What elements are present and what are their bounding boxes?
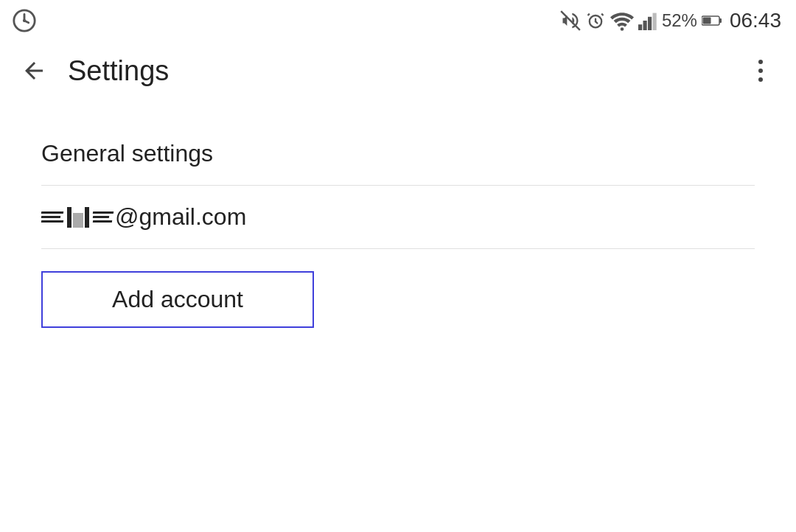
battery-percent: 52% <box>662 10 697 31</box>
add-account-button[interactable]: Add account <box>41 271 314 328</box>
status-bar: 52% 06:43 <box>0 0 796 41</box>
svg-rect-12 <box>643 21 646 30</box>
add-account-section: Add account <box>29 256 767 343</box>
svg-rect-13 <box>648 17 652 30</box>
divider-2 <box>41 248 755 249</box>
svg-rect-16 <box>719 18 722 23</box>
app-bar: Settings <box>0 41 796 100</box>
content-area: General settings <box>0 100 796 365</box>
vibrate-icon <box>560 10 581 31</box>
svg-line-7 <box>596 21 597 23</box>
wifi-icon <box>610 10 634 31</box>
svg-point-18 <box>758 60 763 64</box>
general-settings-item[interactable]: General settings <box>29 122 767 185</box>
svg-line-9 <box>601 14 603 15</box>
back-button[interactable] <box>15 52 53 90</box>
page-title: Settings <box>68 55 169 87</box>
status-time: 06:43 <box>730 9 781 32</box>
alarm-icon <box>585 10 606 31</box>
clock-icon <box>12 8 37 33</box>
email-display: @gmail.com <box>41 203 755 231</box>
svg-point-19 <box>758 69 763 73</box>
svg-rect-17 <box>702 18 711 24</box>
more-vert-icon <box>749 57 772 84</box>
svg-rect-14 <box>652 13 656 30</box>
email-redacted-username <box>41 207 114 228</box>
email-suffix: @gmail.com <box>115 203 246 231</box>
status-bar-left <box>12 8 37 33</box>
svg-rect-11 <box>638 24 642 30</box>
overflow-menu-button[interactable] <box>743 52 778 90</box>
svg-point-20 <box>758 77 763 82</box>
status-bar-right: 52% 06:43 <box>560 9 781 32</box>
general-settings-label: General settings <box>41 140 213 167</box>
add-account-label: Add account <box>112 286 243 312</box>
email-account-item[interactable]: @gmail.com <box>29 186 767 248</box>
svg-line-8 <box>587 14 589 15</box>
app-bar-left: Settings <box>15 52 169 90</box>
signal-icon <box>638 10 657 31</box>
svg-point-10 <box>621 27 624 31</box>
svg-line-3 <box>24 21 29 23</box>
battery-icon <box>702 13 722 29</box>
back-arrow-icon <box>21 57 47 84</box>
